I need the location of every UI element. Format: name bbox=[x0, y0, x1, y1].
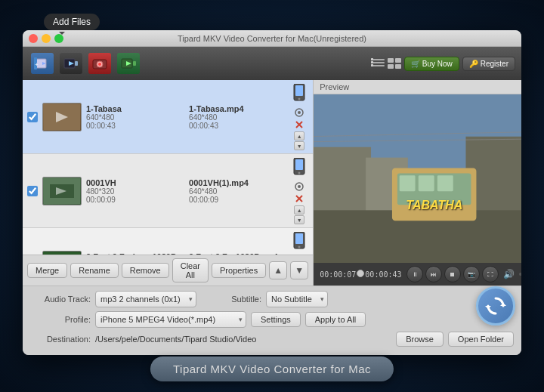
file-info-2: 0001VH 480*320 00:00:09 0001VH(1).mp4 64… bbox=[86, 178, 286, 204]
device-icon-3[interactable] bbox=[290, 231, 308, 254]
fullscreen-button[interactable]: ⛶ bbox=[482, 266, 499, 282]
key-icon: 🔑 bbox=[469, 60, 478, 68]
file-actions-1: ▲ ▼ bbox=[290, 83, 308, 150]
apply-to-all-button[interactable]: Apply to All bbox=[305, 312, 366, 327]
subtitle-wrapper: No Subtitle bbox=[266, 291, 328, 307]
svg-rect-71 bbox=[437, 175, 453, 191]
svg-rect-16 bbox=[371, 58, 373, 60]
file-checkbox-2[interactable] bbox=[27, 186, 38, 196]
arrow-up-2[interactable]: ▲ bbox=[294, 205, 304, 215]
file-list-toolbar: Merge Rename Remove Clear All Properties… bbox=[23, 255, 313, 286]
file-actions-3: ▲ ▼ bbox=[290, 231, 308, 255]
file-src-dur-1: 00:00:43 bbox=[86, 122, 183, 130]
settings-icon-2[interactable] bbox=[294, 181, 304, 192]
preview-video: TABATHA bbox=[314, 94, 521, 263]
file-src-name-1: 1-Tabasa bbox=[86, 104, 183, 113]
properties-button[interactable]: Properties bbox=[212, 263, 266, 278]
snapshot-button[interactable]: 📷 bbox=[463, 266, 480, 282]
file-thumb-1 bbox=[42, 103, 82, 131]
svg-marker-75 bbox=[485, 306, 491, 309]
sync-refresh-button[interactable] bbox=[476, 286, 515, 326]
table-row: 0001VH 480*320 00:00:09 0001VH(1).mp4 64… bbox=[23, 154, 313, 228]
device-icon-2[interactable] bbox=[290, 157, 308, 180]
snapshot-button[interactable] bbox=[86, 51, 113, 76]
preview-header: Preview bbox=[314, 80, 521, 94]
arrow-down-1[interactable]: ▼ bbox=[294, 141, 304, 150]
svg-rect-22 bbox=[395, 64, 401, 69]
app-bottom-label: Tipard MKV Video Converter for Mac bbox=[150, 357, 394, 381]
file-checkbox-1[interactable] bbox=[27, 112, 38, 122]
preview-label: Preview bbox=[320, 82, 349, 91]
clear-all-button[interactable]: Clear All bbox=[172, 258, 209, 282]
convert-icon bbox=[117, 53, 140, 74]
maximize-button[interactable] bbox=[54, 34, 63, 43]
subtitle-select[interactable]: No Subtitle bbox=[266, 291, 328, 307]
close-button[interactable] bbox=[29, 34, 38, 43]
device-icon-1[interactable] bbox=[290, 83, 308, 106]
svg-point-9 bbox=[98, 63, 101, 66]
add-video-button[interactable]: + bbox=[29, 51, 56, 76]
register-label: Register bbox=[481, 60, 508, 68]
browse-button[interactable]: Browse bbox=[396, 332, 444, 347]
volume-icon[interactable]: 🔊 bbox=[503, 269, 515, 279]
profile-wrapper: iPhone 5 MPEG4 Video(*.mp4) bbox=[95, 311, 246, 328]
remove-button[interactable]: Remove bbox=[122, 263, 169, 278]
file-dst-name-1: 1-Tabasa.mp4 bbox=[189, 104, 286, 113]
arrow-up-1[interactable]: ▲ bbox=[294, 131, 304, 140]
file-src-name-2: 0001VH bbox=[86, 178, 183, 187]
pause-button[interactable]: ⏸ bbox=[406, 266, 423, 282]
file-dst-name-2: 0001VH(1).mp4 bbox=[189, 178, 286, 187]
open-folder-button[interactable]: Open Folder bbox=[448, 332, 514, 347]
minimize-button[interactable] bbox=[42, 34, 51, 43]
settings-icon-1[interactable] bbox=[294, 107, 304, 118]
snapshot-icon bbox=[88, 53, 111, 74]
preview-scene: TABATHA bbox=[314, 94, 521, 263]
profile-select[interactable]: iPhone 5 MPEG4 Video(*.mp4) bbox=[95, 311, 246, 328]
preview-panel: Preview bbox=[314, 80, 521, 286]
svg-point-47 bbox=[298, 246, 301, 248]
buy-now-button[interactable]: 🛒 Buy Now bbox=[404, 57, 459, 71]
audio-track-select[interactable]: mp3 2 channels (0x1) bbox=[95, 291, 196, 307]
grid-view-icon[interactable] bbox=[388, 58, 401, 69]
file-src-2: 0001VH 480*320 00:00:09 bbox=[86, 178, 183, 204]
file-dst-dur-1: 00:00:43 bbox=[189, 122, 286, 130]
arrow-down-2[interactable]: ▼ bbox=[294, 215, 304, 224]
delete-icon-2[interactable] bbox=[294, 193, 304, 204]
svg-point-39 bbox=[298, 185, 301, 188]
table-row: FAST 2.Fast.2.Furious.1080P 640*480 00:0… bbox=[23, 228, 313, 255]
subtitle-label: Subtitle: bbox=[201, 295, 261, 304]
svg-rect-21 bbox=[388, 64, 394, 69]
file-dst-2: 0001VH(1).mp4 640*480 00:00:09 bbox=[189, 178, 286, 204]
file-dst-dur-2: 00:00:09 bbox=[189, 196, 286, 204]
move-up-button[interactable]: ▲ bbox=[269, 261, 287, 279]
preview-scene-title: TABATHA bbox=[406, 199, 462, 212]
stop-button[interactable]: ⏹ bbox=[444, 266, 461, 282]
destination-row: Destination: /Users/pele/Documents/Tipar… bbox=[30, 332, 514, 347]
register-button[interactable]: 🔑 Register bbox=[462, 57, 515, 71]
move-down-button[interactable]: ▼ bbox=[290, 261, 308, 279]
svg-text:+: + bbox=[35, 61, 39, 68]
svg-rect-19 bbox=[388, 58, 394, 63]
svg-rect-6 bbox=[75, 61, 78, 66]
current-time: 00:00:07 bbox=[320, 270, 356, 279]
file-list-panel: 1-Tabasa 640*480 00:00:43 1-Tabasa.mp4 6… bbox=[23, 80, 314, 286]
total-time: 00:00:43 bbox=[365, 270, 401, 279]
settings-button[interactable]: Settings bbox=[251, 312, 301, 327]
file-thumb-2 bbox=[42, 177, 82, 205]
destination-label: Destination: bbox=[30, 335, 91, 344]
file-arrows-1: ▲ ▼ bbox=[294, 131, 304, 150]
rename-button[interactable]: Rename bbox=[70, 263, 119, 278]
convert-button[interactable] bbox=[115, 51, 142, 76]
list-view-icon[interactable] bbox=[371, 58, 385, 69]
edit-video-button[interactable] bbox=[57, 51, 85, 76]
file-src-res-1: 640*480 bbox=[86, 113, 183, 122]
volume-slider[interactable] bbox=[519, 273, 521, 276]
audio-track-label: Audio Track: bbox=[30, 295, 91, 304]
profile-row: Profile: iPhone 5 MPEG4 Video(*.mp4) Set… bbox=[30, 311, 514, 328]
file-src-1: 1-Tabasa 640*480 00:00:43 bbox=[86, 104, 183, 130]
merge-button[interactable]: Merge bbox=[27, 263, 67, 278]
delete-icon-1[interactable] bbox=[294, 119, 304, 130]
play-controls: ⏸ ⏭ ⏹ 📷 ⛶ bbox=[406, 266, 499, 282]
skip-forward-button[interactable]: ⏭ bbox=[425, 266, 442, 282]
file-info-1: 1-Tabasa 640*480 00:00:43 1-Tabasa.mp4 6… bbox=[86, 104, 286, 130]
